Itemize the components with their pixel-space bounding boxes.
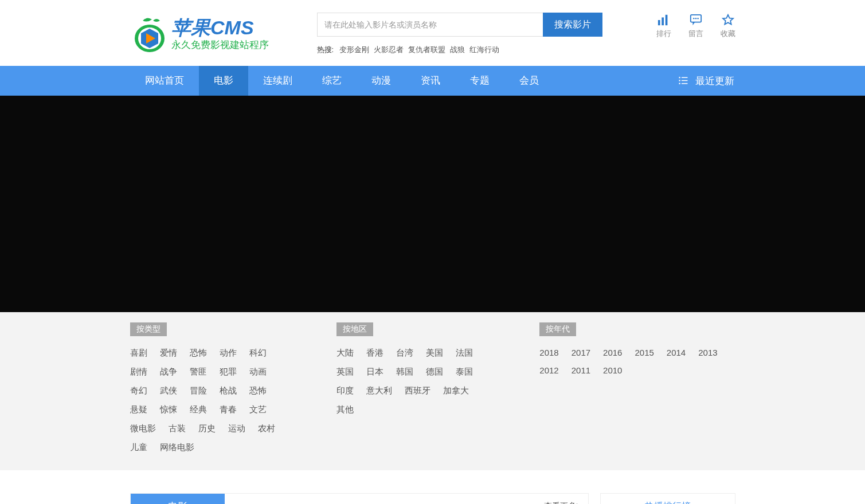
filter-type-item[interactable]: 爱情 — [160, 348, 177, 359]
svg-rect-13 — [682, 77, 688, 78]
filter-year-item[interactable]: 2014 — [667, 348, 686, 357]
hot-search-item[interactable]: 变形金刚 — [339, 45, 369, 54]
nav-item-2[interactable]: 连续剧 — [248, 66, 307, 96]
filter-region-item[interactable]: 法国 — [456, 348, 473, 359]
svg-rect-12 — [679, 77, 680, 78]
see-more-link[interactable]: 查看更多> — [544, 494, 588, 504]
filter-type-item[interactable]: 青春 — [220, 404, 237, 415]
filter-type-item[interactable]: 枪战 — [220, 385, 237, 396]
hot-search-item[interactable]: 复仇者联盟 — [408, 45, 445, 54]
nav-item-1[interactable]: 电影 — [199, 66, 248, 96]
filter-region-item[interactable]: 德国 — [426, 367, 443, 377]
filter-region-item[interactable]: 香港 — [366, 348, 383, 359]
filter-region-item[interactable]: 大陆 — [336, 348, 354, 359]
filter-region-item[interactable]: 美国 — [426, 348, 443, 359]
filter-year-label: 按年代 — [539, 322, 576, 336]
filter-type-item[interactable]: 网络电影 — [160, 442, 194, 453]
rank-label: 排行 — [656, 29, 671, 39]
filter-type-item[interactable]: 战争 — [160, 367, 177, 377]
svg-rect-5 — [662, 17, 664, 25]
filter-type-item[interactable]: 历史 — [198, 423, 216, 434]
svg-point-11 — [697, 18, 698, 19]
nav-item-0[interactable]: 网站首页 — [130, 66, 199, 96]
filter-year-item[interactable]: 2010 — [603, 365, 622, 375]
filter-type-item[interactable]: 恐怖 — [249, 385, 267, 396]
hot-label: 热搜: — [317, 45, 334, 54]
star-icon — [721, 14, 735, 26]
filter-type-item[interactable]: 微电影 — [130, 423, 156, 434]
filter-year-item[interactable]: 2013 — [698, 348, 717, 357]
filter-type-item[interactable]: 恐怖 — [190, 348, 207, 359]
nav-item-6[interactable]: 专题 — [455, 66, 504, 96]
msg-link[interactable]: 留言 — [688, 14, 703, 39]
filter-type-item[interactable]: 古装 — [169, 423, 186, 434]
nav-item-4[interactable]: 动漫 — [357, 66, 406, 96]
section-tab-movie[interactable]: 电影 — [131, 494, 225, 504]
filter-year-item[interactable]: 2016 — [603, 348, 622, 357]
fav-link[interactable]: 收藏 — [721, 14, 735, 39]
logo-text1: 苹果CMS — [171, 17, 254, 38]
svg-rect-14 — [679, 80, 680, 81]
section-header: 电影 查看更多> — [130, 493, 589, 504]
filter-type-item[interactable]: 喜剧 — [130, 348, 147, 359]
svg-rect-4 — [657, 20, 660, 25]
filter-region-item[interactable]: 台湾 — [396, 348, 413, 359]
filter-type-item[interactable]: 奇幻 — [130, 385, 147, 396]
filter-year-item[interactable]: 2015 — [635, 348, 653, 357]
hot-search-item[interactable]: 火影忍者 — [374, 45, 404, 54]
recent-label: 最近更新 — [695, 74, 734, 88]
filter-type-item[interactable]: 动画 — [249, 367, 267, 377]
filter-type-item[interactable]: 武侠 — [160, 385, 177, 396]
filter-type-item[interactable]: 经典 — [190, 404, 207, 415]
svg-marker-8 — [692, 22, 695, 25]
chat-icon — [689, 14, 703, 26]
hot-search-item[interactable]: 红海行动 — [469, 45, 499, 54]
logo[interactable]: 苹果CMS 永久免费影视建站程序 — [130, 13, 278, 57]
filter-region-item[interactable]: 其他 — [336, 404, 354, 415]
search-button[interactable]: 搜索影片 — [543, 13, 602, 37]
svg-rect-17 — [682, 83, 688, 84]
svg-rect-6 — [665, 15, 667, 25]
logo-text2: 永久免费影视建站程序 — [171, 40, 269, 50]
search-input[interactable] — [317, 13, 543, 37]
filter-year-item[interactable]: 2011 — [572, 365, 590, 375]
filter-type-item[interactable]: 警匪 — [190, 367, 207, 377]
filter-region-item[interactable]: 加拿大 — [443, 385, 469, 396]
video-stage — [0, 96, 865, 312]
filter-type-item[interactable]: 悬疑 — [130, 404, 147, 415]
rank-panel-header[interactable]: 热播排行榜 — [600, 493, 735, 504]
filter-region-item[interactable]: 日本 — [366, 367, 383, 377]
nav-item-3[interactable]: 综艺 — [307, 66, 357, 96]
list-icon — [677, 76, 690, 86]
rank-link[interactable]: 排行 — [656, 14, 671, 39]
filter-region-item[interactable]: 泰国 — [456, 367, 473, 377]
svg-rect-15 — [682, 80, 688, 81]
msg-label: 留言 — [688, 29, 703, 39]
recent-updates-link[interactable]: 最近更新 — [677, 66, 735, 96]
filter-type-item[interactable]: 犯罪 — [220, 367, 237, 377]
filter-year-item[interactable]: 2017 — [572, 348, 590, 357]
nav-item-5[interactable]: 资讯 — [406, 66, 455, 96]
filter-type-item[interactable]: 文艺 — [249, 404, 267, 415]
filter-type-item[interactable]: 科幻 — [249, 348, 267, 359]
filter-type-item[interactable]: 冒险 — [190, 385, 207, 396]
filter-region-item[interactable]: 韩国 — [396, 367, 413, 377]
bars-icon — [657, 14, 671, 26]
filter-type-item[interactable]: 运动 — [228, 423, 245, 434]
filter-type-item[interactable]: 剧情 — [130, 367, 147, 377]
hot-search-row: 热搜: 变形金刚火影忍者复仇者联盟战狼红海行动 — [317, 45, 602, 55]
filter-type-item[interactable]: 儿童 — [130, 442, 147, 453]
filter-region-item[interactable]: 英国 — [336, 367, 354, 377]
filter-region-item[interactable]: 意大利 — [366, 385, 392, 396]
filter-year-item[interactable]: 2018 — [539, 348, 558, 357]
filter-type-item[interactable]: 动作 — [220, 348, 237, 359]
filter-type-item[interactable]: 农村 — [258, 423, 275, 434]
filter-region-item[interactable]: 西班牙 — [405, 385, 430, 396]
filter-type-item[interactable]: 惊悚 — [160, 404, 177, 415]
fav-label: 收藏 — [721, 29, 735, 39]
nav-item-7[interactable]: 会员 — [504, 66, 554, 96]
hot-search-item[interactable]: 战狼 — [450, 45, 465, 54]
filter-year-item[interactable]: 2012 — [539, 365, 558, 375]
filter-region-item[interactable]: 印度 — [336, 385, 354, 396]
svg-point-9 — [693, 18, 694, 19]
